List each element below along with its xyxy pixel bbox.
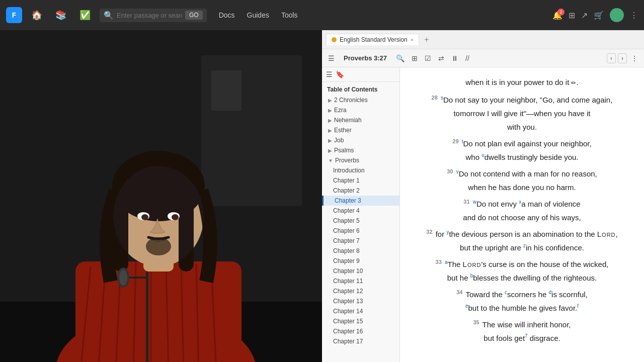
check-toolbar-button[interactable]: ☑ [423,53,433,63]
verse-ref-y[interactable]: y [446,229,449,235]
tab-close-button[interactable]: × [411,37,414,43]
chapter-14[interactable]: Chapter 14 [322,306,399,316]
chapter-10[interactable]: Chapter 10 [322,266,399,276]
main-area: English Standard Version × + ☰ Proverbs … [0,30,644,362]
tab-label: English Standard Version [340,36,408,43]
tools-nav[interactable]: Tools [276,9,303,21]
prev-chapter-button[interactable]: ‹ [607,53,616,63]
verse-31: 31 wDo not envy xa man of violence and d… [412,197,632,224]
chapter-5[interactable]: Chapter 5 [322,216,399,226]
sidebar-item-nehemiah[interactable]: ▶ Nehemiah [322,115,399,125]
verse-ref-d[interactable]: d [548,290,551,295]
grid-icon[interactable]: ⊞ [569,11,575,20]
search-toolbar-button[interactable]: 🔍 [394,53,407,63]
chapter-introduction[interactable]: Introduction [322,165,399,175]
docs-nav[interactable]: Docs [214,9,240,21]
sidebar-item-esther[interactable]: ▶ Esther [322,125,399,135]
chapter-9[interactable]: Chapter 9 [322,256,399,266]
check-icon[interactable]: ✅ [75,8,95,23]
svg-rect-2 [211,70,242,111]
sidebar-toolbar: ☰ 🔖 [322,67,399,82]
chapter-2[interactable]: Chapter 2 [322,186,399,196]
notification-icon[interactable]: 🔔 2 [552,11,562,20]
verse-number-31: 31 [463,199,469,205]
sidebar-item-psalms[interactable]: ▶ Psalms [322,145,399,155]
topbar-right: 🔔 2 ⊞ ↗ 🛒 ⋮ [552,8,638,22]
search-input[interactable] [117,12,182,19]
verse-32: 32 for ythe devious person is an abomina… [412,227,632,254]
person-svg [0,30,322,362]
chevron-right-icon: ▶ [328,98,332,103]
search-bar: 🔍 GO [100,9,207,22]
tab-dot [332,37,337,42]
verse-ref-c[interactable]: c [505,290,507,295]
chapter-3[interactable]: Chapter 3 [322,196,399,206]
chapter-15[interactable]: Chapter 15 [322,316,399,326]
chapter-12[interactable]: Chapter 12 [322,286,399,296]
bible-app-panel: English Standard Version × + ☰ Proverbs … [322,30,644,362]
verse-ref-t[interactable]: t [462,139,463,144]
tab-bar: English Standard Version × + [322,30,644,49]
chapter-4[interactable]: Chapter 4 [322,206,399,216]
topbar: F 🏠 📚 ✅ 🔍 GO Docs Guides Tools 🔔 2 ⊞ ↗ 🛒… [0,0,644,30]
add-tab-button[interactable]: + [421,35,432,44]
cart-icon[interactable]: 🛒 [594,11,604,20]
verse-ref-s[interactable]: s [441,95,443,101]
app-logo[interactable]: F [6,7,22,23]
toc-title: Table of Contents [322,82,399,95]
sidebar-bookmark-icon[interactable]: 🔖 [336,70,344,78]
sync-button[interactable]: ⇄ [436,53,446,63]
passage-reference[interactable]: Proverbs 3:27 [340,53,391,63]
chapter-11[interactable]: Chapter 11 [322,276,399,286]
chapter-16[interactable]: Chapter 16 [322,326,399,336]
chapter-7[interactable]: Chapter 7 [322,236,399,246]
verse-ref-w[interactable]: w [473,199,476,205]
home-icon[interactable]: 🏠 [27,8,46,23]
grid-toolbar-button[interactable]: ⊞ [410,53,420,63]
verse-ref-x[interactable]: x [519,199,521,205]
menu-icon[interactable]: ☰ [326,53,337,63]
sidebar-menu-icon[interactable]: ☰ [326,70,333,78]
bible-text-area[interactable]: when it is in your power to do it ✏. 28 … [400,67,644,362]
sidebar-item-job[interactable]: ▶ Job [322,135,399,145]
verse-ref-v[interactable]: v [456,169,459,174]
chapter-17[interactable]: Chapter 17 [322,336,399,346]
verse-29: 29 tDo not plan evil against your neighb… [412,137,632,164]
svg-point-28 [119,269,127,286]
verse-number-30: 30 [447,168,453,174]
pause-button[interactable]: ⏸ [449,53,460,63]
go-button[interactable]: GO [185,11,203,20]
verse-number-29: 29 [452,138,458,144]
verse-ref-a[interactable]: a [445,259,448,265]
verse-ref-z[interactable]: z [523,243,526,248]
guides-nav[interactable]: Guides [242,9,274,21]
content-split: ☰ 🔖 Table of Contents ▶ 2 Chronicles ▶ E… [322,67,644,362]
sidebar-item-2chronicles[interactable]: ▶ 2 Chronicles [322,95,399,105]
more-icon[interactable]: ⋮ [630,11,638,20]
partial-verse-top: when it is in your power to do it ✏. [412,75,632,89]
next-chapter-button[interactable]: › [618,53,627,63]
video-panel [0,30,322,362]
bible-tab[interactable]: English Standard Version × [326,34,419,45]
search-icon: 🔍 [104,11,114,20]
sidebar-item-ezra[interactable]: ▶ Ezra [322,105,399,115]
chevron-right-icon: ▶ [328,128,332,133]
verse-ref-e[interactable]: e [465,303,468,309]
chapter-8[interactable]: Chapter 8 [322,246,399,256]
bible-toolbar: ☰ Proverbs 3:27 🔍 ⊞ ☑ ⇄ ⏸ // ‹ › ⋮ [322,49,644,67]
user-avatar[interactable] [610,8,624,22]
parallel-button[interactable]: // [463,53,471,63]
chapter-1[interactable]: Chapter 1 [322,175,399,186]
share-icon[interactable]: ↗ [581,11,588,20]
verse-ref-7[interactable]: 7 [525,333,528,339]
verse-ref-u[interactable]: u [481,152,485,158]
chapter-13[interactable]: Chapter 13 [322,296,399,306]
verse-ref-b[interactable]: b [470,273,473,279]
sidebar-item-proverbs[interactable]: ▼ Proverbs [322,155,399,165]
sidebar: ☰ 🔖 Table of Contents ▶ 2 Chronicles ▶ E… [322,67,400,362]
verse-ref-f[interactable]: f [577,303,579,309]
chapter-6[interactable]: Chapter 6 [322,226,399,236]
notification-badge: 2 [557,9,565,16]
library-icon[interactable]: 📚 [51,8,70,23]
more-toolbar-button[interactable]: ⋮ [629,53,640,63]
